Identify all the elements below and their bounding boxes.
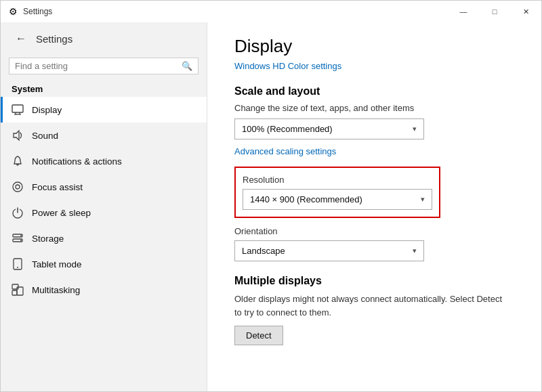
orientation-dropdown[interactable]: Landscape ▾	[234, 240, 424, 261]
svg-point-6	[16, 185, 20, 189]
search-input[interactable]	[15, 61, 178, 71]
maximize-button[interactable]: □	[479, 1, 510, 22]
sidebar-label-power-sleep: Power & sleep	[32, 208, 91, 218]
sidebar-item-display[interactable]: Display	[1, 97, 207, 123]
sidebar-nav-top: ← Settings	[1, 22, 207, 55]
multitasking-icon	[12, 284, 24, 296]
page-title: Display	[234, 36, 514, 57]
main-content: Display Windows HD Color settings Scale …	[207, 22, 541, 391]
sidebar-item-tablet-mode[interactable]: Tablet mode	[1, 251, 207, 277]
orientation-label: Orientation	[234, 226, 514, 236]
content-area: ← Settings 🔍 System Display	[1, 22, 541, 391]
svg-marker-4	[14, 131, 19, 140]
focus-assist-icon	[12, 181, 24, 193]
titlebar-left: ⚙ Settings	[9, 6, 52, 17]
detect-button[interactable]: Detect	[234, 326, 283, 345]
resolution-label: Resolution	[243, 175, 432, 185]
sidebar-item-multitasking[interactable]: Multitasking	[1, 277, 207, 303]
color-settings-link[interactable]: Windows HD Color settings	[234, 61, 341, 71]
scale-desc: Change the size of text, apps, and other…	[234, 103, 514, 113]
settings-window: ⚙ Settings — □ ✕ ← Settings 🔍 System	[0, 0, 542, 392]
advanced-scaling-link[interactable]: Advanced scaling settings	[234, 146, 336, 156]
sidebar-label-sound: Sound	[32, 131, 58, 141]
sidebar-section-title: System	[1, 80, 207, 97]
resolution-dropdown[interactable]: 1440 × 900 (Recommended) ▾	[243, 189, 432, 210]
svg-point-10	[20, 240, 22, 241]
scale-dropdown-value: 100% (Recommended)	[242, 124, 333, 134]
display-icon	[12, 104, 24, 116]
tablet-mode-icon	[12, 258, 24, 270]
scale-dropdown-arrow: ▾	[413, 125, 417, 133]
sidebar-item-notifications[interactable]: Notifications & actions	[1, 148, 207, 174]
storage-icon	[12, 232, 24, 244]
sidebar-item-focus-assist[interactable]: Focus assist	[1, 174, 207, 200]
sidebar-item-power-sleep[interactable]: Power & sleep	[1, 200, 207, 225]
resolution-box: Resolution 1440 × 900 (Recommended) ▾	[234, 167, 440, 218]
sidebar-label-notifications: Notifications & actions	[32, 156, 122, 167]
multiple-displays-title: Multiple displays	[234, 275, 514, 287]
sidebar-label-display: Display	[32, 105, 62, 115]
minimize-button[interactable]: —	[448, 1, 479, 22]
titlebar-controls: — □ ✕	[448, 1, 541, 22]
resolution-dropdown-value: 1440 × 900 (Recommended)	[250, 194, 362, 204]
back-button[interactable]: ←	[12, 29, 30, 48]
sidebar: ← Settings 🔍 System Display	[1, 22, 207, 391]
sound-icon	[12, 129, 24, 141]
svg-point-5	[13, 182, 22, 192]
multiple-displays-desc: Older displays might not always connect …	[234, 292, 505, 319]
resolution-dropdown-arrow: ▾	[421, 195, 425, 204]
orientation-dropdown-value: Landscape	[242, 246, 285, 256]
search-icon: 🔍	[182, 61, 192, 71]
sidebar-label-tablet-mode: Tablet mode	[32, 259, 82, 269]
scale-layout-title: Scale and layout	[234, 85, 514, 97]
titlebar: ⚙ Settings — □ ✕	[1, 1, 541, 22]
close-button[interactable]: ✕	[510, 1, 541, 22]
notifications-icon	[12, 155, 24, 167]
svg-point-12	[17, 267, 18, 268]
svg-rect-0	[12, 105, 23, 112]
svg-point-9	[20, 235, 22, 236]
multiple-displays-section: Multiple displays Older displays might n…	[234, 275, 514, 345]
settings-icon: ⚙	[9, 6, 18, 17]
sidebar-app-title: Settings	[36, 33, 72, 45]
sidebar-item-sound[interactable]: Sound	[1, 123, 207, 148]
scale-dropdown[interactable]: 100% (Recommended) ▾	[234, 118, 424, 139]
power-icon	[12, 206, 24, 219]
sidebar-label-multitasking: Multitasking	[32, 285, 80, 295]
sidebar-item-storage[interactable]: Storage	[1, 225, 207, 251]
titlebar-title: Settings	[23, 7, 52, 16]
search-box[interactable]: 🔍	[9, 58, 199, 74]
orientation-dropdown-arrow: ▾	[413, 246, 417, 255]
sidebar-label-storage: Storage	[32, 234, 64, 244]
svg-rect-15	[12, 290, 17, 295]
sidebar-label-focus-assist: Focus assist	[32, 182, 83, 192]
